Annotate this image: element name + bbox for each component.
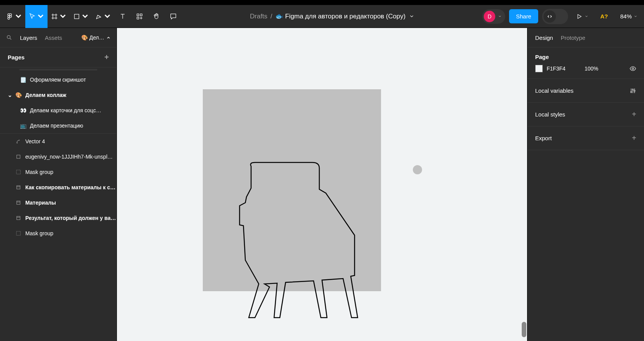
page-indicator: [19, 69, 97, 70]
chevron-down-icon: [37, 13, 44, 20]
svg-point-3: [10, 15, 12, 17]
pages-header: Pages +: [0, 48, 117, 67]
frame-icon: [51, 13, 58, 20]
svg-point-15: [632, 68, 634, 70]
dev-mode-toggle[interactable]: [542, 9, 568, 24]
mask-icon: [15, 169, 21, 175]
chair-vector[interactable]: [236, 161, 358, 321]
chevron-up-icon: [107, 36, 110, 39]
page-selector-label: 🎨 Дел…: [81, 34, 104, 41]
present-button[interactable]: [572, 13, 592, 20]
chevron-down-icon: [498, 15, 501, 18]
layer-list: 🗒️Оформляем скриншот⌄🎨Делаем коллаж👀Дела…: [0, 67, 117, 341]
svg-point-16: [631, 91, 632, 92]
tab-prototype[interactable]: Prototype: [561, 34, 585, 41]
main-menu-button[interactable]: [3, 5, 25, 28]
color-swatch[interactable]: [535, 65, 543, 72]
layer-label: Mask group: [25, 169, 53, 175]
layer-item[interactable]: 📺Делаем презентацию: [0, 118, 117, 133]
layer-item[interactable]: 👀Делаем карточки для соцс…: [0, 103, 117, 118]
mask-icon: [15, 230, 21, 236]
tab-design[interactable]: Design: [535, 34, 553, 41]
missing-fonts-badge[interactable]: A?: [596, 13, 613, 20]
move-tool[interactable]: [25, 5, 48, 28]
layer-item[interactable]: eugenivy_now-1JJJIHh7-Mk-unspl…: [0, 149, 117, 164]
hand-tool[interactable]: [148, 5, 165, 28]
user-avatar-menu[interactable]: D: [482, 9, 505, 24]
layer-item[interactable]: ⌄🎨Делаем коллаж: [0, 87, 117, 103]
vector-icon: [15, 138, 21, 144]
code-icon: [547, 13, 553, 20]
layer-label: Mask group: [25, 230, 53, 236]
layer-item[interactable]: Как скопировать материалы к с…: [0, 180, 117, 195]
frame-tool[interactable]: [48, 5, 70, 28]
expand-caret-icon[interactable]: ⌄: [8, 92, 12, 98]
svg-rect-10: [16, 170, 21, 174]
settings-icon[interactable]: [629, 87, 636, 94]
pen-tool[interactable]: [92, 5, 114, 28]
share-button[interactable]: Share: [509, 9, 538, 23]
handle-dot[interactable]: [413, 165, 422, 174]
avatar: D: [484, 11, 495, 22]
pen-icon: [95, 13, 103, 20]
tab-assets[interactable]: Assets: [45, 34, 62, 41]
breadcrumb-file[interactable]: 🐟 Figma для авторов и редакторов (Copy): [275, 12, 406, 20]
chevron-down-icon: [104, 13, 111, 20]
frame-icon: [15, 154, 21, 160]
text-tool[interactable]: [114, 5, 131, 28]
layer-emoji-icon: 👀: [20, 107, 26, 113]
local-styles-label: Local styles: [535, 111, 565, 118]
comment-tool[interactable]: [165, 5, 182, 28]
add-style-button[interactable]: +: [632, 110, 636, 119]
layer-item[interactable]: Mask group: [0, 226, 117, 241]
layer-emoji-icon: 🎨: [15, 92, 21, 98]
page-selector[interactable]: 🎨 Дел…: [81, 34, 110, 41]
visibility-icon[interactable]: [629, 65, 636, 72]
page-background-color[interactable]: F1F3F4 100%: [535, 65, 598, 72]
play-icon: [576, 13, 583, 20]
local-variables-label: Local variables: [535, 87, 573, 94]
svg-rect-4: [74, 14, 79, 19]
svg-point-0: [8, 13, 10, 15]
chevron-down-icon: [585, 15, 588, 18]
layer-emoji-icon: 🗒️: [20, 77, 26, 83]
cursor-icon: [28, 13, 36, 20]
svg-rect-6: [140, 14, 142, 16]
component-icon: [15, 200, 21, 206]
layer-item[interactable]: Материалы: [0, 195, 117, 210]
shape-tool[interactable]: [70, 5, 92, 28]
svg-point-1: [8, 15, 10, 17]
comment-icon: [169, 13, 177, 20]
layer-label: Результат, который должен у ва…: [25, 215, 116, 221]
layer-label: Делаем коллаж: [25, 92, 66, 98]
layer-label: Делаем презентацию: [30, 123, 83, 129]
avatar-initial: D: [488, 13, 491, 20]
layer-item[interactable]: 🗒️Оформляем скриншот: [0, 72, 117, 87]
local-variables-section[interactable]: Local variables: [527, 79, 644, 103]
tab-layers[interactable]: Layers: [20, 34, 37, 41]
add-export-button[interactable]: +: [632, 134, 636, 143]
svg-rect-7: [137, 17, 139, 19]
chevron-down-icon: [59, 13, 67, 20]
export-section[interactable]: Export +: [527, 126, 644, 150]
resources-tool[interactable]: [131, 5, 148, 28]
page-section-title: Page: [535, 54, 636, 60]
svg-rect-11: [17, 186, 20, 189]
left-panel: Layers Assets 🎨 Дел… Pages + 🗒️Оформляем…: [0, 28, 117, 341]
breadcrumb-drafts[interactable]: Drafts: [250, 13, 267, 20]
vertical-scrollbar[interactable]: [522, 322, 526, 337]
zoom-control[interactable]: 84%: [616, 13, 641, 20]
layer-item[interactable]: Mask group: [0, 164, 117, 180]
resources-icon: [136, 13, 143, 20]
add-page-button[interactable]: +: [104, 53, 109, 62]
search-icon[interactable]: [6, 34, 12, 41]
chevron-down-icon[interactable]: [409, 14, 414, 19]
layer-label: Vector 4: [25, 138, 45, 144]
text-icon: [119, 13, 127, 20]
layer-label: Как скопировать материалы к с…: [25, 184, 115, 190]
layer-item[interactable]: Vector 4: [0, 134, 117, 149]
layer-label: Оформляем скриншот: [30, 77, 86, 83]
canvas[interactable]: [117, 28, 527, 341]
local-styles-section[interactable]: Local styles +: [527, 103, 644, 126]
layer-item[interactable]: Результат, который должен у ва…: [0, 210, 117, 226]
